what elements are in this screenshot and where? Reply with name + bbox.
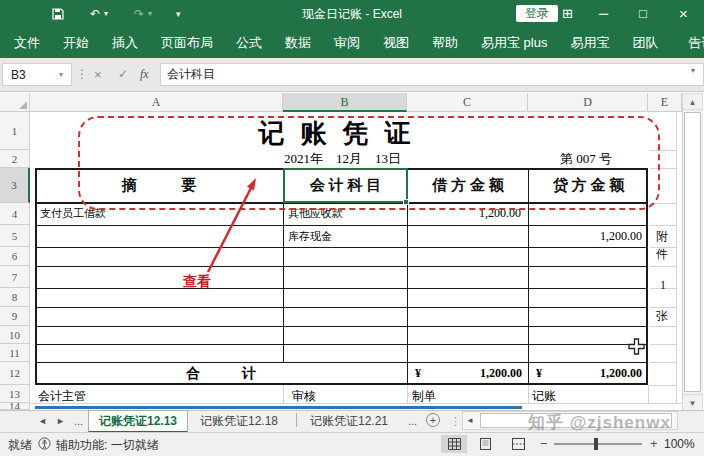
row-header-8[interactable]: 8 bbox=[0, 288, 30, 307]
ribbon-tab-review[interactable]: 审阅 bbox=[334, 34, 360, 52]
col-header-e[interactable]: E bbox=[648, 93, 682, 112]
cell-c4-debit[interactable]: 1,200.00 bbox=[407, 206, 521, 221]
minimize-button[interactable]: ─ bbox=[599, 0, 608, 28]
sheet-nav-right-icon[interactable]: ► bbox=[56, 410, 65, 432]
ribbon-tab-page-layout[interactable]: 页面布局 bbox=[161, 34, 213, 52]
sheet-nav-left-icon[interactable]: ◄ bbox=[38, 410, 47, 432]
cell-a4-summary[interactable]: 支付员工借款 bbox=[40, 206, 106, 221]
voucher-number-cell[interactable]: 第 007 号 bbox=[560, 150, 646, 168]
ribbon-tab-insert[interactable]: 插入 bbox=[112, 34, 138, 52]
tell-me-box[interactable]: 告诉我 bbox=[688, 34, 704, 52]
gridline bbox=[407, 385, 408, 404]
header-cell-credit[interactable]: 贷 方 金 额 bbox=[529, 168, 648, 203]
page-layout-view-button[interactable] bbox=[472, 435, 498, 453]
save-icon[interactable] bbox=[52, 8, 64, 20]
zoom-level[interactable]: 100% bbox=[664, 437, 695, 451]
sheet-tab-3[interactable]: 记账凭证12.21 bbox=[300, 411, 398, 431]
row-header-6[interactable]: 6 bbox=[0, 247, 30, 266]
excel-window: ↶ ▾ ↷ ▾ ▾ 现金日记账 - Excel 登录 ⊞ ─ □ × 文件 开始… bbox=[0, 0, 704, 456]
row-header-7[interactable]: 7 bbox=[0, 266, 30, 288]
col-header-b[interactable]: B bbox=[283, 93, 407, 112]
new-sheet-icon[interactable]: + bbox=[426, 413, 440, 427]
page-break-icon bbox=[512, 438, 525, 450]
maximize-button[interactable]: □ bbox=[639, 0, 647, 28]
sheet-tab-active[interactable]: 记账凭证12.13 bbox=[88, 410, 188, 433]
cell-b4-account[interactable]: 其他应收款 bbox=[288, 206, 343, 221]
row-header-3[interactable]: 3 bbox=[0, 168, 30, 203]
col-header-c[interactable]: C bbox=[407, 93, 528, 112]
ribbon-display-options-icon[interactable]: ⊞ bbox=[562, 0, 573, 28]
undo-dropdown-icon[interactable]: ▾ bbox=[104, 0, 108, 28]
insert-function-icon[interactable]: fx bbox=[140, 63, 149, 86]
total-debit-cell[interactable]: 1,200.00 bbox=[430, 366, 522, 381]
row-header-10[interactable]: 10 bbox=[0, 326, 30, 344]
hscroll-left-icon[interactable]: ◄ bbox=[466, 410, 474, 432]
row-header-1[interactable]: 1 bbox=[0, 112, 30, 150]
row-header-4[interactable]: 4 bbox=[0, 203, 30, 225]
grid-view-icon bbox=[448, 438, 461, 450]
row-header-12[interactable]: 12 bbox=[0, 362, 30, 385]
formula-bar-expand-icon[interactable]: ▾ bbox=[691, 66, 695, 75]
confirm-entry-icon[interactable]: ✓ bbox=[118, 63, 128, 86]
col-header-d[interactable]: D bbox=[528, 93, 648, 112]
sheet-overflow-left[interactable]: ... bbox=[74, 410, 83, 432]
vertical-scroll-thumb[interactable] bbox=[684, 112, 701, 392]
sheet-overflow-right[interactable]: ... bbox=[408, 410, 417, 432]
ribbon-tab-view[interactable]: 视图 bbox=[383, 34, 409, 52]
row-header-2[interactable]: 2 bbox=[0, 150, 30, 168]
total-credit-cell[interactable]: 1,200.00 bbox=[550, 366, 642, 381]
accessibility-status[interactable]: 辅助功能: 一切就绪 bbox=[56, 437, 159, 454]
row-header-13[interactable]: 13 bbox=[0, 385, 30, 403]
row-header-9[interactable]: 9 bbox=[0, 307, 30, 326]
undo-icon[interactable]: ↶ bbox=[90, 0, 100, 28]
cancel-entry-icon[interactable]: × bbox=[94, 63, 102, 86]
ribbon-tab-team[interactable]: 团队 bbox=[632, 34, 658, 52]
signer-bookkeeper[interactable]: 记账 bbox=[532, 388, 556, 405]
ribbon-tab-home[interactable]: 开始 bbox=[63, 34, 89, 52]
attachment-unit[interactable]: 张 bbox=[656, 308, 668, 325]
row-header-14[interactable]: 14 bbox=[0, 403, 30, 410]
page-break-view-button[interactable] bbox=[505, 435, 531, 453]
fill-handle[interactable] bbox=[403, 199, 409, 205]
attachment-char2[interactable]: 件 bbox=[656, 246, 668, 263]
ribbon-tab-formulas[interactable]: 公式 bbox=[236, 34, 262, 52]
ribbon-tab-yiyongbao[interactable]: 易用宝 bbox=[570, 34, 609, 52]
attachment-char1[interactable]: 附 bbox=[656, 228, 668, 245]
qat-customize-icon[interactable]: ▾ bbox=[176, 0, 181, 28]
accessibility-icon[interactable] bbox=[38, 437, 51, 450]
signer-preparer[interactable]: 制单 bbox=[412, 388, 436, 405]
header-cell-summary[interactable]: 摘 要 bbox=[35, 168, 283, 203]
normal-view-button[interactable] bbox=[441, 435, 467, 453]
row-header-11[interactable]: 11 bbox=[0, 344, 30, 362]
zoom-slider-track[interactable] bbox=[554, 443, 642, 445]
zoom-out-button[interactable]: − bbox=[540, 436, 548, 451]
scroll-up-icon[interactable]: ▲ bbox=[682, 93, 703, 110]
ribbon-tab-help[interactable]: 帮助 bbox=[432, 34, 458, 52]
signer-accounting-supervisor[interactable]: 会计主管 bbox=[38, 388, 86, 405]
row-header-5[interactable]: 5 bbox=[0, 225, 30, 247]
close-button[interactable]: × bbox=[679, 0, 688, 28]
total-label-cell[interactable]: 合 计 bbox=[35, 365, 407, 383]
scroll-down-icon[interactable]: ▼ bbox=[682, 394, 703, 411]
sign-in-button[interactable]: 登录 bbox=[516, 5, 558, 22]
redo-icon[interactable]: ↷ bbox=[134, 0, 144, 28]
formula-input[interactable]: 会计科目 bbox=[160, 63, 704, 86]
redo-dropdown-icon[interactable]: ▾ bbox=[148, 0, 152, 28]
col-header-a[interactable]: A bbox=[30, 93, 283, 112]
horizontal-scroll-thumb[interactable] bbox=[480, 413, 672, 428]
attachment-count[interactable]: 1 bbox=[660, 278, 666, 293]
signer-reviewer[interactable]: 审核 bbox=[292, 388, 316, 405]
ribbon-tab-data[interactable]: 数据 bbox=[285, 34, 311, 52]
ribbon-tab-yiyongbao-plus[interactable]: 易用宝 plus bbox=[481, 34, 547, 52]
sheet-tab-2[interactable]: 记账凭证12.18 bbox=[190, 411, 288, 431]
cell-d5-credit[interactable]: 1,200.00 bbox=[528, 229, 642, 244]
ribbon-tab-file[interactable]: 文件 bbox=[14, 34, 40, 52]
zoom-slider-thumb[interactable] bbox=[594, 438, 598, 450]
voucher-title-cell[interactable]: 记账凭证 bbox=[35, 116, 650, 148]
header-cell-debit[interactable]: 借 方 金 额 bbox=[408, 168, 528, 203]
name-box-dropdown-icon[interactable]: ▾ bbox=[59, 63, 63, 86]
voucher-date-cell[interactable]: 2021年 12月 13日 bbox=[35, 150, 650, 168]
cell-b5-account[interactable]: 库存现金 bbox=[288, 229, 332, 244]
zoom-in-button[interactable]: + bbox=[650, 436, 658, 451]
select-all-corner[interactable] bbox=[0, 93, 30, 112]
